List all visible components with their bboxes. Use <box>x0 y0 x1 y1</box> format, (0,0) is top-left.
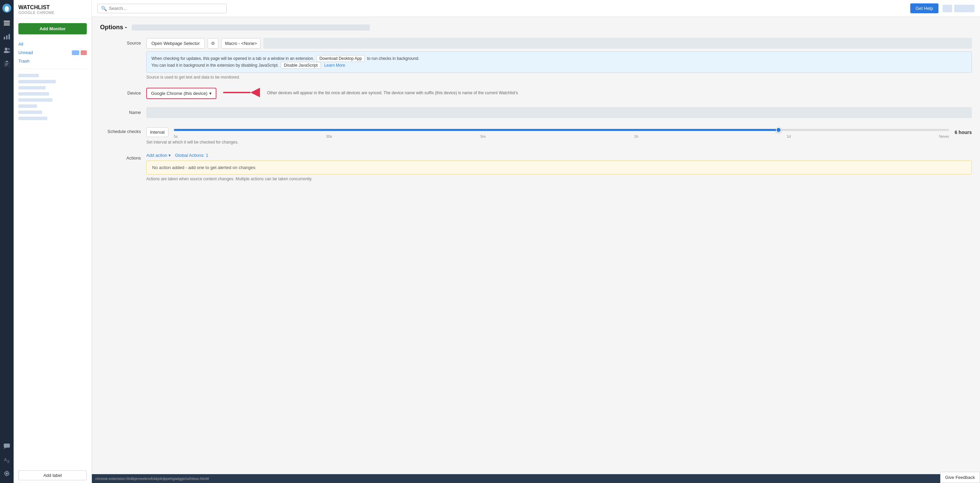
svg-rect-4 <box>4 24 10 25</box>
page-title-blurred <box>132 24 370 30</box>
name-input-blurred[interactable] <box>146 107 972 118</box>
svg-rect-14 <box>5 63 8 64</box>
global-actions-link[interactable]: Global Actions: 1 <box>175 153 208 158</box>
svg-rect-3 <box>4 23 10 24</box>
name-field <box>146 107 972 118</box>
slider-label-5m: 5m <box>480 134 485 138</box>
nav-link-unread[interactable]: Unread <box>18 48 87 57</box>
nav-icon-users[interactable] <box>1 44 13 56</box>
slider-label-never: Never <box>939 134 949 138</box>
nav-icon-menu[interactable] <box>1 17 13 29</box>
monitor-bar <box>18 111 42 114</box>
add-label-button[interactable]: Add label <box>18 470 87 480</box>
svg-rect-13 <box>6 61 8 62</box>
top-bar: 🔍 Get Help <box>92 0 980 17</box>
sidebar-nav: A 文 <box>0 0 14 483</box>
svg-rect-6 <box>6 35 8 40</box>
red-arrow-icon <box>250 88 260 97</box>
list-item[interactable] <box>18 109 87 115</box>
slider-value: 6 hours <box>955 130 972 135</box>
app-title: WATCHLIST <box>18 4 87 11</box>
avatar-area <box>943 5 975 12</box>
list-item[interactable] <box>18 85 87 91</box>
slider-label-1h: 1h <box>634 134 638 138</box>
nav-icon-chat[interactable] <box>1 440 13 453</box>
list-item[interactable] <box>18 103 87 109</box>
slider-label-1d: 1d <box>787 134 791 138</box>
name-label: Name <box>100 107 141 115</box>
download-desktop-button[interactable]: Download Desktop App <box>317 55 365 62</box>
no-action-message: No action added - add one to get alerted… <box>152 165 256 170</box>
macro-select-button[interactable]: Macro - <None> <box>221 38 261 49</box>
learn-more-link[interactable]: Learn More <box>324 63 345 68</box>
badge-red <box>81 50 87 55</box>
nav-link-trash[interactable]: Trash <box>18 57 87 65</box>
slider-thumb[interactable] <box>776 127 781 133</box>
svg-point-10 <box>8 48 10 50</box>
device-wrapper: Google Chrome (this device) ▾ Cloud - Di… <box>146 88 216 99</box>
divider <box>18 69 87 69</box>
svg-rect-16 <box>5 65 7 66</box>
source-info-box: When checking for updates, this page wil… <box>146 51 972 73</box>
info-line1: When checking for updates, this page wil… <box>151 55 967 62</box>
svg-rect-15 <box>5 64 8 65</box>
actions-header: Add action ▾ Global Actions: 1 <box>146 153 972 158</box>
device-row: Device Google Chrome (this device) ▾ Clo… <box>100 88 972 99</box>
disable-js-button[interactable]: Disable JavaScript <box>281 62 321 69</box>
source-gear-button[interactable]: ⚙ <box>208 38 218 49</box>
status-url: chrome-extension://inlikjemeeknofckkjoln… <box>95 477 209 481</box>
actions-row: Actions Add action ▾ Global Actions: 1 N… <box>100 153 972 181</box>
app-logo[interactable] <box>2 3 11 13</box>
schedule-field: Interval 5s 30s 5m 1h 1d Never <box>146 126 972 145</box>
add-monitor-button[interactable]: Add Monitor <box>18 23 87 34</box>
search-input[interactable] <box>109 6 223 11</box>
list-item[interactable] <box>18 97 87 103</box>
name-row: Name <box>100 107 972 118</box>
add-action-button[interactable]: Add action ▾ <box>146 153 171 158</box>
monitor-bar <box>18 117 47 120</box>
list-item[interactable] <box>18 72 87 79</box>
avatar <box>943 5 952 12</box>
search-icon: 🔍 <box>101 6 107 11</box>
left-panel: WATCHLIST GOOGLE CHROME Add Monitor All … <box>14 0 92 483</box>
device-label: Device <box>100 88 141 95</box>
status-bar: chrome-extension://inlikjemeeknofckkjoln… <box>92 474 980 483</box>
page-title: Options - <box>100 24 972 31</box>
nav-links: All Unread Trash <box>14 38 92 67</box>
schedule-row: Schedule checks Interval 5s 30s 5m 1h <box>100 126 972 145</box>
open-webpage-button[interactable]: Open Webpage Selector <box>146 38 205 49</box>
chevron-down-icon: ▾ <box>169 153 171 158</box>
list-item[interactable] <box>18 91 87 97</box>
page-title-prefix: Options - <box>100 24 127 31</box>
interval-select-button[interactable]: Interval <box>146 127 169 137</box>
svg-rect-17 <box>4 443 10 448</box>
give-feedback-button[interactable]: Give Feedback <box>940 472 980 483</box>
slider-labels: 5s 30s 5m 1h 1d Never <box>174 134 950 138</box>
nav-icon-chart[interactable] <box>1 30 13 43</box>
monitor-bar <box>18 105 37 108</box>
nav-link-all-label: All <box>18 41 23 47</box>
list-item[interactable] <box>18 115 87 121</box>
monitor-bar <box>18 80 56 83</box>
source-description: Source is used to get text and data to b… <box>146 75 972 79</box>
actions-description: Actions are taken when source content ch… <box>146 176 972 181</box>
no-action-box: No action added - add one to get alerted… <box>146 160 972 175</box>
svg-rect-7 <box>8 34 10 40</box>
device-field: Google Chrome (this device) ▾ Cloud - Di… <box>146 88 972 99</box>
search-box: 🔍 <box>97 4 227 13</box>
info-line2: You can load it in background in the ext… <box>151 62 967 69</box>
nav-link-all[interactable]: All <box>18 40 87 48</box>
nav-icon-clipboard[interactable] <box>1 58 13 70</box>
nav-icon-gear[interactable] <box>1 467 13 480</box>
source-url-blurred <box>263 38 972 49</box>
device-select-button[interactable]: Google Chrome (this device) ▾ <box>146 88 216 99</box>
list-item[interactable] <box>18 79 87 85</box>
chevron-down-icon: ▾ <box>209 91 212 96</box>
monitor-bar <box>18 74 39 77</box>
slider-track[interactable] <box>174 129 950 131</box>
nav-icon-translate[interactable]: A 文 <box>1 454 13 466</box>
slider-container: 5s 30s 5m 1h 1d Never <box>174 126 950 138</box>
source-controls: Open Webpage Selector ⚙ Macro - <None> <box>146 38 972 49</box>
arrow-shaft <box>223 92 250 93</box>
get-help-button[interactable]: Get Help <box>910 3 939 13</box>
